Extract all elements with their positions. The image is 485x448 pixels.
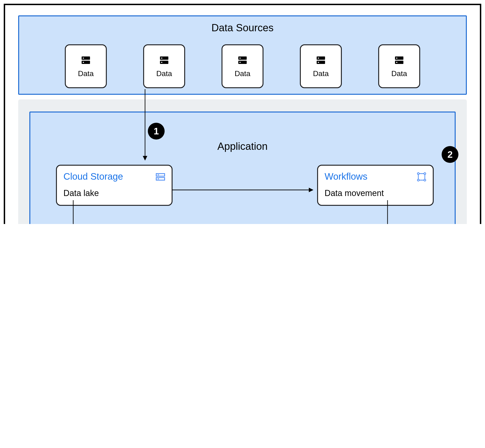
data-box: Data xyxy=(300,44,342,88)
svg-rect-15 xyxy=(318,62,319,63)
server-icon xyxy=(158,55,170,66)
data-box-label: Data xyxy=(391,70,407,78)
section-title-application: Application xyxy=(30,140,455,152)
server-icon xyxy=(80,55,91,66)
card-title: Workflows xyxy=(325,171,426,182)
svg-rect-21 xyxy=(156,177,165,180)
data-box-label: Data xyxy=(78,70,94,78)
svg-rect-11 xyxy=(239,62,241,63)
svg-rect-14 xyxy=(318,58,319,59)
section-title-data-sources: Data Sources xyxy=(19,22,466,34)
svg-rect-19 xyxy=(396,62,397,63)
section-application: Application Data Analysis Cloud Storage … xyxy=(29,112,456,224)
svg-rect-20 xyxy=(156,174,165,176)
server-icon xyxy=(237,55,248,66)
section-data-sources: Data Sources Data Data xyxy=(18,16,467,95)
svg-point-25 xyxy=(424,173,426,175)
data-box: Data xyxy=(221,44,264,88)
card-subtitle: Data movement xyxy=(325,189,426,198)
data-box: Data xyxy=(378,44,420,88)
svg-rect-18 xyxy=(396,58,397,59)
svg-rect-2 xyxy=(83,58,84,59)
svg-rect-10 xyxy=(239,58,241,59)
step-badge-2: 2 xyxy=(442,146,458,163)
svg-point-27 xyxy=(424,179,426,181)
svg-point-24 xyxy=(417,173,419,175)
step-badge-1: 1 xyxy=(148,123,165,140)
diagram-frame: Data Sources Data Data xyxy=(4,4,481,224)
data-box: Data xyxy=(65,44,107,88)
server-icon xyxy=(394,55,405,66)
svg-point-26 xyxy=(417,179,419,181)
data-box: Data xyxy=(143,44,185,88)
card-workflows: Workflows Data movement xyxy=(317,165,434,206)
server-icon xyxy=(315,55,327,66)
data-box-label: Data xyxy=(156,70,172,78)
svg-rect-3 xyxy=(83,62,84,63)
card-cloud-storage: Cloud Storage Data lake xyxy=(56,165,172,206)
workflows-icon xyxy=(416,171,427,183)
data-box-label: Data xyxy=(235,70,250,78)
card-subtitle: Data lake xyxy=(63,189,165,198)
card-title: Cloud Storage xyxy=(63,171,165,182)
storage-icon xyxy=(155,171,166,183)
svg-rect-7 xyxy=(161,62,162,63)
data-box-label: Data xyxy=(313,70,329,78)
svg-rect-6 xyxy=(161,58,162,59)
